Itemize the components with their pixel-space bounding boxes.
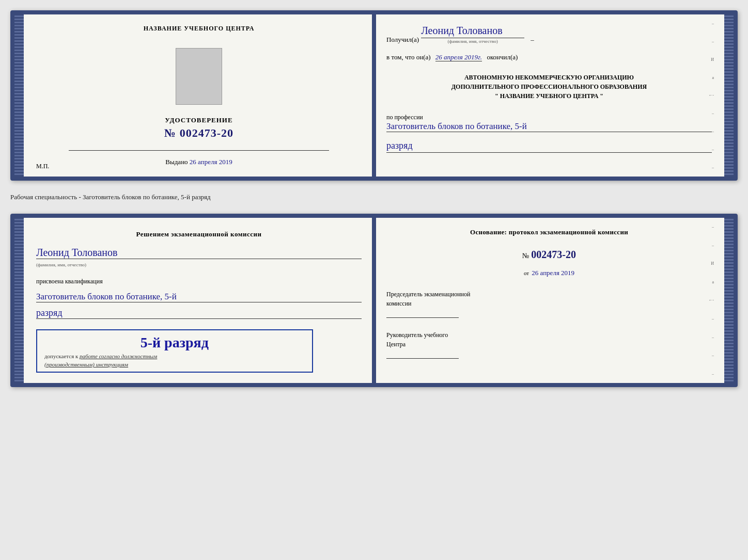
b-side-note-dash2: – [712, 243, 714, 248]
basis-title: Основание: протокол экзаменационной коми… [386, 228, 712, 236]
side-note-dash1: – [712, 21, 714, 26]
left-decorative-strip [14, 14, 24, 177]
b-side-note-arrow: ←- [708, 298, 714, 302]
fio-label-top: (фамилия, имя, отчество) [448, 39, 498, 44]
qualification-label: присвоена квалификация [36, 278, 362, 285]
recipient-name-block: Леонид Толованов (фамилия, имя, отчество… [421, 25, 524, 44]
rank-box: 5-й разряд допускается к работе согласно… [36, 329, 313, 373]
bottom-doc-right-page: Основание: протокол экзаменационной коми… [374, 218, 724, 383]
rank-value-bottom: разряд [36, 308, 362, 319]
bottom-right-strip [724, 218, 734, 383]
from-date-block: от 26 апреля 2019 [386, 269, 712, 277]
photo-placeholder [176, 48, 222, 105]
rank-big-text: 5-й разряд [44, 334, 305, 351]
allows-text-2: (производственным) инструкциям [44, 361, 305, 367]
qualification-value: Заготовитель блоков по ботанике, 5-й [36, 292, 362, 302]
certified-date: 26 апреля 2019г. [435, 53, 482, 61]
bottom-doc-left-page: Решением экзаменационной комиссии Леонид… [24, 218, 374, 383]
bottom-right-content: Основание: протокол экзаменационной коми… [386, 228, 712, 359]
cert-number: № 002473-20 [164, 126, 233, 140]
allows-text: допускается к работе согласно должностны… [44, 353, 305, 359]
side-note-i: И [711, 57, 714, 62]
b-side-note-i: И [711, 261, 714, 266]
bottom-right-side-notes: – – И а ←- – – – – [708, 218, 714, 383]
top-doc-right-page: Получил(а) Леонид Толованов (фамилия, им… [374, 14, 724, 177]
side-note-dash4: – [712, 129, 714, 134]
recipient-name: Леонид Толованов [421, 25, 524, 38]
fio-label-bottom: (фамилия, имя, отчество) [36, 262, 86, 267]
rank-block: разряд [386, 139, 712, 153]
side-note-dash5: – [712, 147, 714, 152]
top-document: НАЗВАНИЕ УЧЕБНОГО ЦЕНТРА УДОСТОВЕРЕНИЕ №… [10, 10, 738, 181]
b-side-note-a: а [712, 280, 714, 284]
side-note-a: а [712, 75, 714, 80]
rank-value-top: разряд [386, 140, 712, 153]
decision-text: Решением экзаменационной комиссии [36, 230, 362, 238]
side-note-arrow: ←- [708, 93, 714, 98]
from-label: от [524, 270, 529, 276]
training-center-label: НАЗВАНИЕ УЧЕБНОГО ЦЕНТРА [144, 25, 255, 33]
b-side-note-dash4: – [712, 335, 714, 340]
protocol-number: 002473-20 [531, 249, 576, 260]
side-note-dash6: – [712, 165, 714, 170]
head-signature-line [386, 358, 459, 359]
bottom-document: Решением экзаменационной комиссии Леонид… [10, 214, 738, 387]
b-side-note-dash1: – [712, 225, 714, 229]
recipient-line: Получил(а) Леонид Толованов (фамилия, им… [386, 25, 712, 44]
from-date-value: 26 апреля 2019 [532, 269, 574, 277]
received-prefix: Получил(а) [386, 36, 419, 44]
right-decorative-strip [724, 14, 734, 177]
b-side-note-dash3: – [712, 316, 714, 321]
org-name-block: АВТОНОМНУЮ НЕКОММЕРЧЕСКУЮ ОРГАНИЗАЦИЮ ДО… [386, 73, 712, 101]
issued-date-line: Выдано 26 апреля 2019 [165, 158, 232, 166]
chairman-title: Председатель экзаменационной комиссии [386, 290, 712, 308]
separator-text: Рабочая специальность - Заготовитель бло… [10, 190, 738, 204]
top-right-content: Получил(а) Леонид Толованов (фамилия, им… [386, 25, 712, 153]
protocol-number-block: № 002473-20 [386, 249, 712, 261]
b-side-note-dash5: – [712, 353, 714, 358]
head-title: Руководитель учебного Центра [386, 330, 712, 349]
person-name-bottom: Леонид Толованов [36, 247, 362, 259]
head-block: Руководитель учебного Центра [386, 330, 712, 359]
profession-value: Заготовитель блоков по ботанике, 5-й [386, 121, 712, 132]
mp-label: М.П. [36, 163, 49, 170]
page-wrapper: НАЗВАНИЕ УЧЕБНОГО ЦЕНТРА УДОСТОВЕРЕНИЕ №… [10, 10, 738, 387]
right-side-notes: – – И а ←- – – – – [708, 14, 714, 177]
certified-line: в том, что он(а) 26 апреля 2019г. окончи… [386, 53, 712, 61]
person-name-block: Леонид Толованов (фамилия, имя, отчество… [36, 247, 362, 268]
chairman-block: Председатель экзаменационной комиссии [386, 290, 712, 318]
cert-title: УДОСТОВЕРЕНИЕ [165, 116, 232, 124]
side-note-dash2: – [712, 39, 714, 44]
bottom-left-strip [14, 218, 24, 383]
chairman-signature-line [386, 317, 459, 318]
profession-block: по профессии Заготовитель блоков по бота… [386, 112, 712, 132]
b-side-note-dash6: – [712, 372, 714, 376]
top-doc-left-page: НАЗВАНИЕ УЧЕБНОГО ЦЕНТРА УДОСТОВЕРЕНИЕ №… [24, 14, 374, 177]
issued-date-value: 26 апреля 2019 [190, 158, 232, 166]
side-note-dash3: – [712, 111, 714, 116]
